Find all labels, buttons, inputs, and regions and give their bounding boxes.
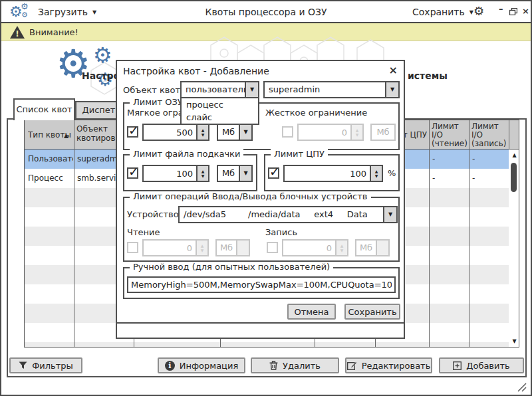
quota-target-select[interactable]: superadmin ▼ [263,81,400,98]
dropdown-option-slice[interactable]: слайс [182,111,258,124]
percent-unit-label: % [388,168,396,178]
hard-limit-unit-select[interactable]: Мб [370,124,396,141]
spinner-arrows-icon: ▲ ▼ [350,125,362,140]
edit-button[interactable]: Редактировать [345,357,432,373]
swap-limit-group: Лимит файла подкачки ✓ ▲ ▼ Мб ▼ [123,154,257,191]
read-limit-spinner[interactable]: ▲ ▼ [142,239,209,256]
swap-limit-legend: Лимит файла подкачки [130,149,243,159]
spinner-arrows-icon: ▲ ▼ [196,241,207,255]
swap-limit-checkbox[interactable]: ✓ [127,167,138,179]
resize-grip[interactable] [516,381,527,392]
write-limit-spinner[interactable]: ▲ ▼ [282,239,348,256]
plus-icon [453,361,462,370]
soft-limit-unit-select[interactable]: Мб ▼ [217,124,253,141]
page-heading-right-fragment: истемы [408,70,448,81]
hard-limit-spinner[interactable]: ▲ ▼ [297,124,364,141]
maximize-icon [509,8,517,15]
information-button[interactable]: i Информация [158,357,245,373]
scrollbar-thumb[interactable] [511,163,517,192]
warning-text: Внимание! [29,27,78,37]
quota-object-select[interactable]: пользователь ▼ [180,81,259,98]
column-divider [469,120,469,347]
device-select[interactable]: /dev/sda5 /media/data ext4 Data ▼ [178,206,398,223]
chevron-down-icon[interactable]: ▼ [239,166,251,181]
spinner-arrows-icon[interactable]: ▲ ▼ [196,125,208,140]
write-limit-checkbox[interactable] [267,242,278,253]
title-bar: ⚙ ⚙ ⚙ Загрузить ▼ Квоты процессора и ОЗУ… [1,1,531,23]
hard-limit-checkbox[interactable] [282,126,293,138]
ram-limit-group: Лимит ОЗУ Мягкое ограничение Жесткое огр… [123,102,400,150]
scroll-down-icon[interactable]: ▼ [509,338,519,344]
load-menu-label: Загрузить [38,7,88,17]
svg-text:!: ! [15,29,19,39]
chevron-down-icon: ▼ [92,9,96,15]
device-label: Устройство: [127,209,182,219]
check-icon: ✓ [128,164,139,179]
cpu-limit-legend: Лимит ЦПУ [271,149,328,159]
warning-icon: ! [9,25,25,39]
soft-limit-spinner[interactable]: ▲ ▼ [142,124,209,141]
app-window: ⚙ ⚙ ⚙ Загрузить ▼ Квоты процессора и ОЗУ… [0,0,532,396]
close-button[interactable]: × [522,6,529,16]
io-limit-group: Лимит операций Ввода/Вывода блочных устр… [123,197,400,262]
column-header-io-write[interactable]: Лимит I/O (запись) [471,122,509,148]
spinner-arrows-icon[interactable]: ▲ ▼ [370,166,382,181]
scroll-up-icon[interactable]: ▲ [509,152,519,158]
window-title: Квоты процессора и ОЗУ [134,7,398,17]
chevron-down-icon: ▼ [469,9,473,15]
add-button[interactable]: Добавить [439,357,524,373]
dialog-bottom-divider [117,322,404,324]
chevron-down-icon[interactable]: ▼ [385,82,398,97]
cancel-button[interactable]: Отмена [287,304,336,320]
cpu-limit-group: Лимит ЦПУ ✓ ▲ ▼ % [264,154,400,191]
trash-icon [269,361,278,370]
write-label: Запись [265,227,297,237]
info-icon: i [165,361,175,371]
vertical-scrollbar[interactable]: ▲ ▼ [509,149,519,347]
save-menu-button[interactable]: Сохранить ▼ [412,7,473,17]
column-divider [429,120,430,347]
sort-asc-icon[interactable]: ▲ [64,131,68,140]
quota-object-dropdown-list: процесс слайс [180,97,259,125]
load-menu-button[interactable]: Загрузить ▼ [38,7,96,17]
minimize-button[interactable]: – [499,4,503,14]
dropdown-option-process[interactable]: процесс [182,98,258,111]
chevron-down-icon[interactable]: ▼ [245,82,258,97]
io-limit-legend: Лимит операций Ввода/Вывода блочных устр… [130,191,371,201]
spinner-arrows-icon[interactable]: ▲ ▼ [196,166,208,181]
cpu-limit-checkbox[interactable]: ✓ [268,167,279,179]
dialog-title: Настройка квот - Добавление [123,66,269,76]
manual-input-group: Ручной ввод (для опытных пользователей) [123,267,400,299]
swap-limit-unit-select[interactable]: Мб ▼ [217,165,253,182]
read-label: Чтение [127,227,160,237]
hard-limit-label: Жесткое ограничение [265,108,367,118]
manual-input-legend: Ручной ввод (для опытных пользователей) [130,262,333,272]
column-divider [74,120,74,347]
chevron-down-icon[interactable]: ▼ [239,125,251,140]
maximize-button[interactable] [509,7,517,17]
save-menu-label: Сохранить [412,7,465,17]
soft-limit-checkbox[interactable]: ✓ [127,126,138,138]
dialog-close-icon[interactable]: × [389,64,398,76]
delete-button[interactable]: Удалить [251,357,339,373]
filters-button[interactable]: Фильтры [9,357,82,373]
swap-limit-spinner[interactable]: ▲ ▼ [142,165,209,182]
read-limit-checkbox[interactable] [127,242,138,253]
cpu-limit-spinner[interactable]: ▲ ▼ [283,165,383,182]
spinner-arrows-icon: ▲ ▼ [335,241,347,255]
column-header-io-read[interactable]: Лимит I/O (чтение) [432,122,469,148]
tab-quota-list[interactable]: Список квот [13,98,75,120]
manual-input-field[interactable] [127,276,396,293]
check-icon: ✓ [269,164,280,179]
ram-limit-legend: Лимит ОЗУ [130,97,186,107]
filter-icon [19,361,27,369]
chevron-down-icon[interactable]: ▼ [383,207,396,222]
write-limit-unit-select[interactable]: Мб [355,239,390,256]
quota-settings-dialog: Настройка квот - Добавление × Объект кво… [116,60,405,339]
edit-icon [347,361,357,370]
save-button[interactable]: Сохранить [344,304,400,320]
read-limit-unit-select[interactable]: Мб [215,239,250,256]
check-icon: ✓ [128,123,139,138]
settings-gear-icon[interactable]: ⚙ [473,4,484,18]
